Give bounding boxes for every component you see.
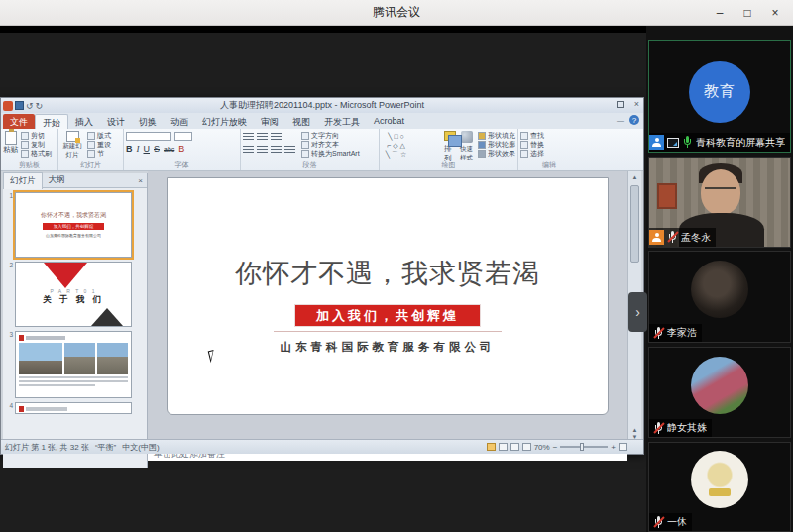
slide-thumbnail-3[interactable] — [15, 331, 132, 398]
title-tag-shape — [19, 335, 24, 341]
participant-tile[interactable]: 静女其姝 — [648, 347, 791, 438]
slide-number: 4 — [5, 402, 13, 414]
cut-button[interactable]: 剪切 — [21, 131, 52, 140]
numbering-icon[interactable] — [257, 133, 268, 141]
slideshow-view-button[interactable] — [522, 443, 531, 451]
previous-slide-icon[interactable]: ▲ — [632, 427, 638, 433]
participant-tile-video[interactable]: 孟冬永 — [648, 157, 791, 248]
slide-title[interactable]: 你怀才不遇，我求贤若渴 — [168, 256, 608, 291]
italic-button[interactable]: I — [137, 144, 140, 154]
tab-developer[interactable]: 开发工具 — [317, 114, 367, 129]
slide-thumbnail-1[interactable]: 你怀才不遇，我求贤若渴 加入我们，共创辉煌 山东青科国际教育服务有限公司 — [15, 192, 132, 258]
participant-tile-sharer[interactable]: 教育 青科教育的屏幕共享 — [648, 40, 791, 153]
outline-tab[interactable]: 大纲 — [43, 172, 71, 188]
text-direction-button[interactable]: 文字方向 — [301, 131, 360, 140]
font-color-button[interactable]: B — [178, 144, 184, 154]
convert-smartart-button[interactable]: 转换为SmartArt — [301, 149, 360, 158]
participants-sidebar: 教育 青科教育的屏幕共享 孟冬永 — [646, 26, 793, 532]
tab-slideshow[interactable]: 幻灯片放映 — [195, 114, 254, 129]
participant-tile[interactable]: 一休 — [648, 442, 791, 532]
clipboard-group-label: 剪贴板 — [1, 160, 57, 170]
reading-view-button[interactable] — [510, 443, 519, 451]
justify-icon[interactable] — [284, 146, 295, 154]
powerpoint-window: ↺ ↻ 人事助理招聘20201104.pptx - Microsoft Powe… — [0, 97, 644, 455]
format-painter-icon — [21, 150, 29, 158]
select-button[interactable]: 选择 — [520, 149, 578, 158]
zoom-slider-thumb[interactable] — [580, 443, 584, 451]
minimize-ribbon-icon[interactable]: — — [617, 116, 624, 125]
ppt-restore-button[interactable] — [617, 101, 624, 108]
thumb1-company: 山东青科国际教育服务有限公司 — [16, 233, 131, 238]
shapes-gallery[interactable]: ╲ □ ○ ⌐ ◇ △ ╲ ⌒ ☆ — [382, 133, 440, 163]
tab-home[interactable]: 开始 — [35, 114, 68, 129]
arrange-button[interactable]: 排列 — [444, 131, 456, 163]
clear-formatting-button[interactable]: abc — [164, 146, 174, 153]
scrollbar-thumb[interactable] — [630, 185, 639, 263]
format-painter-button[interactable]: 格式刷 — [21, 149, 52, 158]
font-size-box[interactable] — [174, 132, 192, 141]
find-button[interactable]: 查找 — [520, 131, 578, 140]
language-status[interactable]: 中文(中国) — [122, 442, 159, 453]
font-name-box[interactable] — [126, 132, 171, 141]
paste-button[interactable]: 粘贴 — [3, 131, 18, 158]
ppt-close-button[interactable]: × — [634, 99, 639, 109]
scroll-up-icon[interactable]: ▲ — [628, 171, 641, 183]
minimize-button[interactable]: – — [706, 0, 734, 26]
normal-view-button[interactable] — [487, 443, 496, 451]
copy-button[interactable]: 复制 — [21, 140, 52, 149]
replace-button[interactable]: 替换 — [520, 140, 578, 149]
tab-insert[interactable]: 插入 — [68, 114, 100, 129]
tab-review[interactable]: 审阅 — [254, 114, 285, 129]
fit-to-window-button[interactable] — [619, 443, 627, 451]
strikethrough-button[interactable]: S — [154, 144, 160, 154]
slide-thumbnail-4[interactable] — [15, 402, 132, 414]
slide-canvas[interactable]: 你怀才不遇，我求贤若渴 加入我们，共创辉煌 山东青科国际教育服务有限公司 — [167, 177, 609, 415]
tab-file[interactable]: 文件 — [3, 114, 35, 129]
bullets-icon[interactable] — [243, 133, 254, 141]
slide-sorter-view-button[interactable] — [499, 443, 508, 451]
tab-view[interactable]: 视图 — [285, 114, 317, 129]
title-placeholder — [26, 336, 65, 340]
zoom-in-icon[interactable]: + — [611, 443, 616, 452]
align-center-icon[interactable] — [257, 146, 268, 154]
shape-effects-button[interactable]: 形状效果 — [478, 149, 515, 158]
indent-icon[interactable] — [271, 133, 282, 141]
screen-share-icon — [667, 138, 679, 148]
tab-design[interactable]: 设计 — [100, 114, 132, 129]
shape-fill-button[interactable]: 形状填充 — [478, 131, 515, 140]
tab-transitions[interactable]: 切换 — [132, 114, 164, 129]
slides-tab[interactable]: 幻灯片 — [3, 172, 43, 189]
quick-styles-button[interactable]: 快速样式 — [460, 131, 474, 163]
person-icon — [652, 138, 661, 147]
section-button[interactable]: 节 — [87, 149, 111, 158]
close-button[interactable]: × — [761, 0, 789, 26]
help-icon[interactable]: ? — [629, 115, 639, 125]
slide-number: 1 — [5, 192, 13, 258]
slides-group-label: 幻灯片 — [58, 160, 123, 170]
layout-button[interactable]: 版式 — [87, 131, 111, 140]
align-right-icon[interactable] — [271, 146, 282, 154]
panel-close-icon[interactable]: × — [138, 176, 147, 185]
zoom-slider[interactable] — [560, 446, 608, 448]
microphone-muted-icon — [653, 422, 664, 435]
shape-outline-button[interactable]: 形状轮廓 — [478, 140, 515, 149]
participant-glasses — [705, 187, 736, 194]
participant-tile[interactable]: 李家浩 — [648, 251, 791, 343]
ribbon: 粘贴 剪切 复制 格式刷 剪贴板 新建幻灯片 — [1, 129, 643, 171]
align-text-button[interactable]: 对齐文本 — [301, 140, 360, 149]
zoom-out-icon[interactable]: − — [553, 443, 558, 452]
ppt-window-controls: × — [617, 99, 639, 109]
slide-thumbnail-2[interactable]: P A R T 0 1 关 于 我 们 — [15, 262, 132, 327]
reset-button[interactable]: 重设 — [87, 140, 111, 149]
thumb2-title: 关 于 我 们 — [16, 294, 131, 306]
slide-company-name[interactable]: 山东青科国际教育服务有限公司 — [168, 340, 608, 355]
bold-button[interactable]: B — [126, 144, 133, 154]
align-left-icon[interactable] — [243, 146, 254, 154]
tab-acrobat[interactable]: Acrobat — [367, 114, 411, 129]
tab-animations[interactable]: 动画 — [164, 114, 195, 129]
maximize-button[interactable]: □ — [734, 0, 761, 26]
slide-banner[interactable]: 加入我们，共创辉煌 — [295, 305, 480, 326]
underline-button[interactable]: U — [144, 144, 151, 154]
sidebar-collapse-toggle[interactable]: › — [628, 292, 647, 332]
new-slide-button[interactable]: 新建幻灯片 — [60, 131, 84, 160]
